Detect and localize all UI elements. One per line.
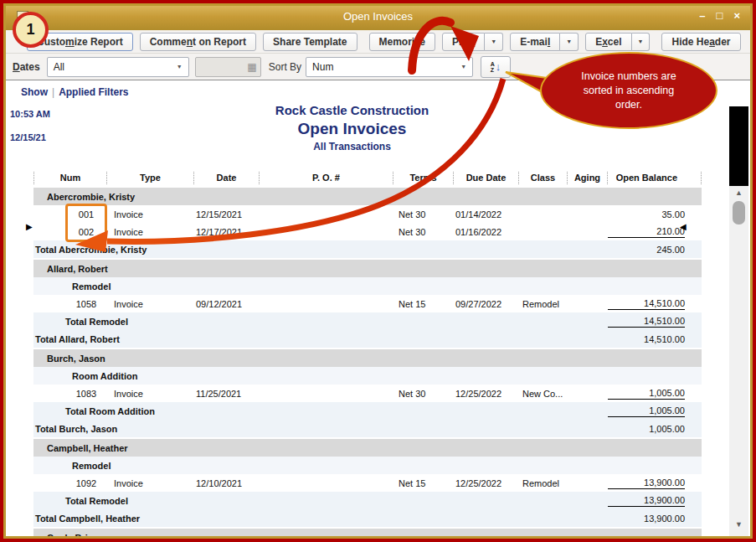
cell-terms: Net 15 bbox=[393, 299, 454, 309]
scroll-down-icon: ▼ bbox=[735, 520, 743, 529]
vertical-scrollbar[interactable]: ▲ ▼ bbox=[729, 186, 748, 536]
cell-date: 12/17/2021 bbox=[194, 227, 260, 237]
show-link[interactable]: Show bbox=[21, 86, 48, 98]
customer-group-row: Cook, Brian bbox=[33, 529, 702, 536]
customer-total-row: Total Burch, Jason 1,005.00 bbox=[33, 420, 702, 437]
highlight-box-invoice-numbers bbox=[65, 204, 107, 242]
dates-label: Dates bbox=[13, 61, 40, 73]
print-dropdown-button[interactable]: ▼ bbox=[485, 33, 503, 51]
cell-date: 12/15/2021 bbox=[194, 209, 260, 219]
hide-header-button[interactable]: Hide Header bbox=[661, 33, 740, 51]
column-header-open-balance[interactable]: Open Balance bbox=[608, 172, 702, 184]
customer-group-row: Burch, Jason bbox=[33, 349, 702, 367]
chevron-down-icon: ▼ bbox=[566, 39, 572, 44]
column-header-terms[interactable]: Terms bbox=[393, 172, 454, 184]
excel-button[interactable]: Excel bbox=[585, 33, 631, 51]
cell-type: Invoice bbox=[107, 227, 194, 237]
cell-class: Remodel bbox=[519, 478, 568, 488]
callout-bubble: Invoice numbers are sorted in ascending … bbox=[540, 52, 717, 129]
cell-class: New Co... bbox=[519, 389, 568, 399]
minimize-button[interactable]: – bbox=[699, 9, 705, 22]
filters-separator: | bbox=[48, 86, 59, 98]
invoice-row[interactable]: 002 Invoice 12/17/2021 Net 30 01/16/2022… bbox=[33, 223, 702, 240]
cell-open-balance: 14,510.00 bbox=[608, 334, 702, 344]
window-title: Open Invoices bbox=[6, 10, 750, 23]
cell-open-balance: 13,900.00 bbox=[608, 495, 702, 507]
applied-filters-link[interactable]: Applied Filters bbox=[59, 86, 128, 98]
cell-open-balance: 14,510.00 bbox=[608, 316, 702, 328]
scroll-up-button[interactable]: ▲ bbox=[729, 186, 748, 199]
step-number-badge: 1 bbox=[13, 12, 49, 48]
comment-on-report-button[interactable]: Comment on Report bbox=[140, 33, 256, 51]
customer-total-row: Total Campbell, Heather 13,900.00 bbox=[33, 509, 702, 527]
cell-terms: Net 30 bbox=[393, 389, 454, 399]
customer-group-row: Abercrombie, Kristy bbox=[33, 188, 702, 205]
invoice-row[interactable]: 001 Invoice 12/15/2021 Net 30 01/14/2022… bbox=[33, 205, 702, 223]
share-template-button[interactable]: Share Template bbox=[263, 33, 357, 51]
customer-group-row: Campbell, Heather bbox=[33, 439, 702, 457]
column-header-class[interactable]: Class bbox=[519, 172, 568, 184]
scrollbar-thumb[interactable] bbox=[733, 201, 745, 225]
scroll-down-button[interactable]: ▼ bbox=[729, 518, 748, 531]
cell-date: 09/12/2021 bbox=[194, 299, 260, 309]
job-total-row: Total Room Addition 1,005.00 bbox=[33, 402, 702, 420]
memorize-button[interactable]: Memorize bbox=[369, 33, 435, 51]
job-total-row: Total Remodel 14,510.00 bbox=[33, 312, 702, 330]
dates-select[interactable]: All ▼ bbox=[47, 57, 189, 77]
chevron-down-icon: ▼ bbox=[460, 64, 466, 70]
sort-by-select[interactable]: Num ▼ bbox=[306, 57, 473, 77]
sort-by-label: Sort By bbox=[269, 61, 301, 73]
cell-open-balance: 14,510.00 bbox=[608, 298, 702, 310]
column-header-due-date[interactable]: Due Date bbox=[454, 172, 519, 184]
cell-open-balance: 245.00 bbox=[608, 245, 702, 255]
cell-terms: Net 30 bbox=[393, 227, 454, 237]
cell-date: 12/10/2021 bbox=[194, 478, 260, 488]
cell-class: Remodel bbox=[519, 299, 568, 309]
email-button[interactable]: E-mail bbox=[510, 33, 560, 51]
column-header-type[interactable]: Type bbox=[107, 172, 194, 184]
customer-total-row: Total Allard, Robert 14,510.00 bbox=[33, 330, 702, 348]
cell-terms: Net 30 bbox=[393, 209, 454, 219]
cell-terms: Net 15 bbox=[393, 478, 454, 488]
close-button[interactable]: × bbox=[733, 9, 740, 22]
cell-date: 11/25/2021 bbox=[194, 389, 260, 399]
open-invoices-table: Num Type Date P. O. # Terms Due Date Cla… bbox=[33, 169, 702, 536]
cell-open-balance: 35.00 bbox=[608, 209, 702, 219]
invoice-row[interactable]: 1092 Invoice 12/10/2021 Net 15 12/25/202… bbox=[33, 474, 702, 492]
cell-due-date: 01/14/2022 bbox=[454, 209, 519, 219]
customer-group-row: Allard, Robert bbox=[33, 260, 702, 277]
cell-open-balance: 13,900.00 bbox=[608, 477, 702, 489]
column-header-aging[interactable]: Aging bbox=[568, 172, 608, 184]
title-bar: ▼ Open Invoices – □ × bbox=[6, 6, 750, 30]
cell-open-balance: 1,005.00 bbox=[608, 405, 702, 417]
cell-num: 1058 bbox=[65, 299, 107, 309]
print-button[interactable]: Print bbox=[442, 33, 485, 51]
sort-ascending-button[interactable]: AZ ↓ bbox=[481, 56, 511, 78]
maximize-button[interactable]: □ bbox=[717, 9, 723, 22]
cell-open-balance: 210.00 bbox=[608, 226, 702, 238]
column-header-date[interactable]: Date bbox=[194, 172, 260, 184]
sort-az-icon: AZ bbox=[491, 61, 495, 73]
email-dropdown-button[interactable]: ▼ bbox=[560, 33, 579, 51]
invoice-row[interactable]: 1083 Invoice 11/25/2021 Net 30 12/25/202… bbox=[33, 385, 702, 402]
chevron-down-icon: ▼ bbox=[638, 39, 644, 44]
cell-type: Invoice bbox=[107, 209, 194, 219]
cell-num: 1083 bbox=[65, 389, 107, 399]
report-toolbar: Customize Report Comment on Report Share… bbox=[6, 30, 750, 54]
table-header-row: Num Type Date P. O. # Terms Due Date Cla… bbox=[33, 169, 702, 186]
row-pointer-left-icon: ◀ bbox=[680, 222, 687, 231]
report-canvas: Show|Applied Filters 10:53 AM 12/15/21 R… bbox=[6, 80, 750, 536]
chevron-down-icon: ▼ bbox=[177, 64, 183, 70]
customer-total-row: Total Abercrombie, Kristy 245.00 bbox=[33, 240, 702, 258]
black-redaction-block bbox=[729, 106, 748, 186]
cell-due-date: 09/27/2022 bbox=[454, 299, 519, 309]
column-header-num[interactable]: Num bbox=[33, 172, 107, 184]
excel-dropdown-button[interactable]: ▼ bbox=[632, 33, 651, 51]
sort-by-select-value: Num bbox=[312, 61, 333, 73]
column-header-po[interactable]: P. O. # bbox=[260, 172, 393, 184]
invoice-row[interactable]: 1058 Invoice 09/12/2021 Net 15 09/27/202… bbox=[33, 295, 702, 312]
calendar-icon[interactable]: ▦ bbox=[247, 61, 256, 73]
cell-due-date: 01/16/2022 bbox=[454, 227, 519, 237]
cell-type: Invoice bbox=[107, 389, 194, 399]
cell-num: 1092 bbox=[65, 478, 107, 488]
